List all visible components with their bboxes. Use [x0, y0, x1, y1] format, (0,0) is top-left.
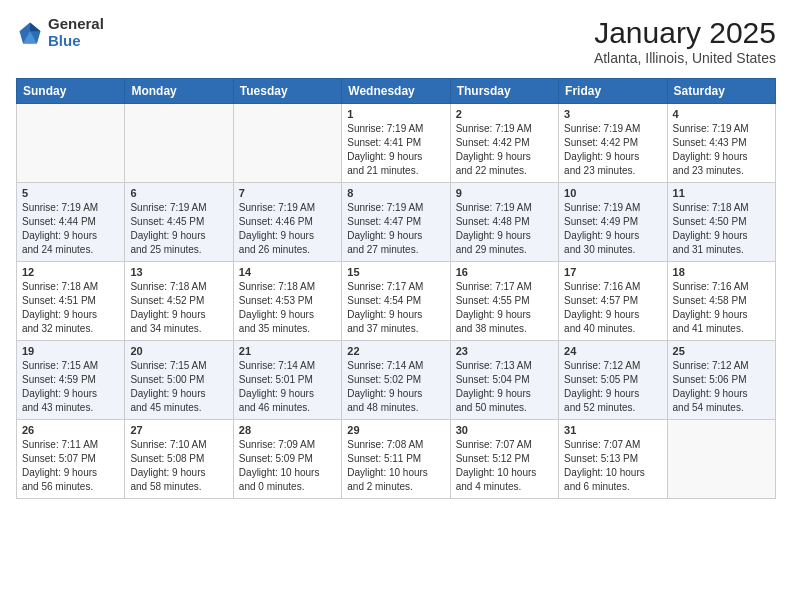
calendar-day-cell: 7Sunrise: 7:19 AM Sunset: 4:46 PM Daylig…: [233, 183, 341, 262]
calendar-day-cell: [233, 104, 341, 183]
calendar-day-cell: 27Sunrise: 7:10 AM Sunset: 5:08 PM Dayli…: [125, 420, 233, 499]
calendar-day-cell: 21Sunrise: 7:14 AM Sunset: 5:01 PM Dayli…: [233, 341, 341, 420]
calendar-table: SundayMondayTuesdayWednesdayThursdayFrid…: [16, 78, 776, 499]
calendar-day-cell: 24Sunrise: 7:12 AM Sunset: 5:05 PM Dayli…: [559, 341, 667, 420]
calendar-day-cell: 4Sunrise: 7:19 AM Sunset: 4:43 PM Daylig…: [667, 104, 775, 183]
day-number: 16: [456, 266, 553, 278]
day-info: Sunrise: 7:19 AM Sunset: 4:48 PM Dayligh…: [456, 201, 553, 257]
day-info: Sunrise: 7:19 AM Sunset: 4:49 PM Dayligh…: [564, 201, 661, 257]
calendar-day-cell: 2Sunrise: 7:19 AM Sunset: 4:42 PM Daylig…: [450, 104, 558, 183]
day-number: 3: [564, 108, 661, 120]
weekday-header: Monday: [125, 79, 233, 104]
day-number: 2: [456, 108, 553, 120]
day-info: Sunrise: 7:17 AM Sunset: 4:54 PM Dayligh…: [347, 280, 444, 336]
day-info: Sunrise: 7:07 AM Sunset: 5:13 PM Dayligh…: [564, 438, 661, 494]
day-number: 28: [239, 424, 336, 436]
weekday-header: Saturday: [667, 79, 775, 104]
day-info: Sunrise: 7:19 AM Sunset: 4:42 PM Dayligh…: [456, 122, 553, 178]
day-info: Sunrise: 7:19 AM Sunset: 4:47 PM Dayligh…: [347, 201, 444, 257]
calendar-day-cell: 26Sunrise: 7:11 AM Sunset: 5:07 PM Dayli…: [17, 420, 125, 499]
day-info: Sunrise: 7:11 AM Sunset: 5:07 PM Dayligh…: [22, 438, 119, 494]
calendar-week-row: 26Sunrise: 7:11 AM Sunset: 5:07 PM Dayli…: [17, 420, 776, 499]
calendar-day-cell: 18Sunrise: 7:16 AM Sunset: 4:58 PM Dayli…: [667, 262, 775, 341]
day-number: 11: [673, 187, 770, 199]
weekday-header: Wednesday: [342, 79, 450, 104]
calendar-day-cell: [667, 420, 775, 499]
calendar-day-cell: 19Sunrise: 7:15 AM Sunset: 4:59 PM Dayli…: [17, 341, 125, 420]
day-number: 29: [347, 424, 444, 436]
day-number: 21: [239, 345, 336, 357]
location-title: Atlanta, Illinois, United States: [594, 50, 776, 66]
day-number: 25: [673, 345, 770, 357]
day-number: 5: [22, 187, 119, 199]
day-info: Sunrise: 7:09 AM Sunset: 5:09 PM Dayligh…: [239, 438, 336, 494]
day-number: 26: [22, 424, 119, 436]
page-header: General Blue January 2025 Atlanta, Illin…: [16, 16, 776, 66]
day-number: 24: [564, 345, 661, 357]
day-info: Sunrise: 7:13 AM Sunset: 5:04 PM Dayligh…: [456, 359, 553, 415]
day-number: 4: [673, 108, 770, 120]
calendar-day-cell: 13Sunrise: 7:18 AM Sunset: 4:52 PM Dayli…: [125, 262, 233, 341]
calendar-day-cell: 5Sunrise: 7:19 AM Sunset: 4:44 PM Daylig…: [17, 183, 125, 262]
day-info: Sunrise: 7:18 AM Sunset: 4:53 PM Dayligh…: [239, 280, 336, 336]
calendar-day-cell: [17, 104, 125, 183]
day-number: 23: [456, 345, 553, 357]
day-number: 6: [130, 187, 227, 199]
day-info: Sunrise: 7:12 AM Sunset: 5:06 PM Dayligh…: [673, 359, 770, 415]
day-info: Sunrise: 7:19 AM Sunset: 4:41 PM Dayligh…: [347, 122, 444, 178]
title-area: January 2025 Atlanta, Illinois, United S…: [594, 16, 776, 66]
logo-general-text: General: [48, 16, 104, 33]
calendar-day-cell: 15Sunrise: 7:17 AM Sunset: 4:54 PM Dayli…: [342, 262, 450, 341]
logo: General Blue: [16, 16, 104, 49]
day-number: 22: [347, 345, 444, 357]
month-title: January 2025: [594, 16, 776, 50]
calendar-day-cell: 14Sunrise: 7:18 AM Sunset: 4:53 PM Dayli…: [233, 262, 341, 341]
day-info: Sunrise: 7:18 AM Sunset: 4:51 PM Dayligh…: [22, 280, 119, 336]
logo-icon: [16, 19, 44, 47]
day-info: Sunrise: 7:18 AM Sunset: 4:50 PM Dayligh…: [673, 201, 770, 257]
day-number: 20: [130, 345, 227, 357]
calendar-day-cell: 8Sunrise: 7:19 AM Sunset: 4:47 PM Daylig…: [342, 183, 450, 262]
calendar-day-cell: [125, 104, 233, 183]
day-info: Sunrise: 7:10 AM Sunset: 5:08 PM Dayligh…: [130, 438, 227, 494]
calendar-body: 1Sunrise: 7:19 AM Sunset: 4:41 PM Daylig…: [17, 104, 776, 499]
calendar-day-cell: 16Sunrise: 7:17 AM Sunset: 4:55 PM Dayli…: [450, 262, 558, 341]
calendar-day-cell: 20Sunrise: 7:15 AM Sunset: 5:00 PM Dayli…: [125, 341, 233, 420]
day-info: Sunrise: 7:19 AM Sunset: 4:46 PM Dayligh…: [239, 201, 336, 257]
day-info: Sunrise: 7:14 AM Sunset: 5:01 PM Dayligh…: [239, 359, 336, 415]
calendar-week-row: 19Sunrise: 7:15 AM Sunset: 4:59 PM Dayli…: [17, 341, 776, 420]
day-number: 31: [564, 424, 661, 436]
day-number: 30: [456, 424, 553, 436]
day-number: 18: [673, 266, 770, 278]
day-number: 13: [130, 266, 227, 278]
weekday-header: Sunday: [17, 79, 125, 104]
day-number: 19: [22, 345, 119, 357]
day-info: Sunrise: 7:14 AM Sunset: 5:02 PM Dayligh…: [347, 359, 444, 415]
day-info: Sunrise: 7:15 AM Sunset: 4:59 PM Dayligh…: [22, 359, 119, 415]
day-info: Sunrise: 7:18 AM Sunset: 4:52 PM Dayligh…: [130, 280, 227, 336]
calendar-day-cell: 3Sunrise: 7:19 AM Sunset: 4:42 PM Daylig…: [559, 104, 667, 183]
day-number: 12: [22, 266, 119, 278]
weekday-header: Thursday: [450, 79, 558, 104]
day-number: 7: [239, 187, 336, 199]
calendar-week-row: 12Sunrise: 7:18 AM Sunset: 4:51 PM Dayli…: [17, 262, 776, 341]
day-info: Sunrise: 7:17 AM Sunset: 4:55 PM Dayligh…: [456, 280, 553, 336]
calendar-day-cell: 1Sunrise: 7:19 AM Sunset: 4:41 PM Daylig…: [342, 104, 450, 183]
svg-marker-1: [30, 22, 41, 31]
weekday-row: SundayMondayTuesdayWednesdayThursdayFrid…: [17, 79, 776, 104]
logo-text: General Blue: [48, 16, 104, 49]
calendar-header: SundayMondayTuesdayWednesdayThursdayFrid…: [17, 79, 776, 104]
day-number: 10: [564, 187, 661, 199]
day-number: 17: [564, 266, 661, 278]
day-number: 27: [130, 424, 227, 436]
calendar-day-cell: 12Sunrise: 7:18 AM Sunset: 4:51 PM Dayli…: [17, 262, 125, 341]
day-info: Sunrise: 7:19 AM Sunset: 4:42 PM Dayligh…: [564, 122, 661, 178]
calendar-day-cell: 28Sunrise: 7:09 AM Sunset: 5:09 PM Dayli…: [233, 420, 341, 499]
day-info: Sunrise: 7:07 AM Sunset: 5:12 PM Dayligh…: [456, 438, 553, 494]
calendar-day-cell: 10Sunrise: 7:19 AM Sunset: 4:49 PM Dayli…: [559, 183, 667, 262]
calendar-week-row: 5Sunrise: 7:19 AM Sunset: 4:44 PM Daylig…: [17, 183, 776, 262]
calendar-day-cell: 6Sunrise: 7:19 AM Sunset: 4:45 PM Daylig…: [125, 183, 233, 262]
calendar-day-cell: 29Sunrise: 7:08 AM Sunset: 5:11 PM Dayli…: [342, 420, 450, 499]
calendar-day-cell: 23Sunrise: 7:13 AM Sunset: 5:04 PM Dayli…: [450, 341, 558, 420]
calendar-day-cell: 11Sunrise: 7:18 AM Sunset: 4:50 PM Dayli…: [667, 183, 775, 262]
